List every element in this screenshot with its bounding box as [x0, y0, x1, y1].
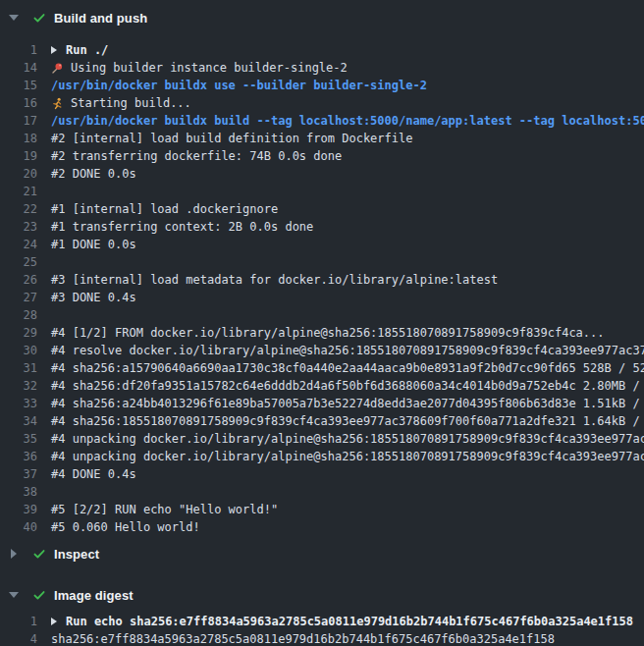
log-line: 28 [0, 306, 644, 324]
line-number[interactable]: 28 [0, 306, 37, 324]
log-text: Run ./ [37, 41, 644, 59]
log-line: 19#2 transferring dockerfile: 74B 0.0s d… [0, 147, 644, 165]
line-number[interactable]: 1 [0, 41, 37, 59]
log-text: Starting build... [37, 94, 644, 112]
log-text: Using builder instance builder-single-2 [37, 59, 644, 77]
line-number[interactable]: 29 [0, 324, 37, 342]
line-number[interactable]: 39 [0, 501, 37, 518]
log-text: #4 sha256:df20fa9351a15782c64e6dddb2d4a6… [37, 377, 644, 395]
line-number[interactable]: 20 [0, 165, 37, 183]
log-line: 25 [0, 253, 644, 271]
section-header-image-digest[interactable]: Image digest [0, 583, 644, 607]
log-line: 37#4 DONE 0.4s [0, 465, 644, 483]
log-text: #2 [internal] load build definition from… [37, 130, 644, 147]
log-text: #1 transferring context: 2B 0.0s done [37, 218, 644, 236]
log-text: Run echo sha256:e7ff8834a5963a2785c5a081… [37, 613, 644, 630]
section-inspect: Inspect [0, 542, 644, 565]
line-number[interactable]: 22 [0, 200, 37, 218]
line-number[interactable]: 35 [0, 430, 37, 448]
line-number[interactable]: 24 [0, 236, 37, 253]
line-number[interactable]: 18 [0, 130, 37, 147]
log-text: #4 sha256:185518070891758909c9f839cf4ca3… [37, 412, 644, 430]
run-command-text: Run echo sha256:e7ff8834a5963a2785c5a081… [66, 613, 633, 630]
line-number[interactable]: 19 [0, 147, 37, 165]
section-title: Build and push [54, 11, 147, 26]
log-line: 35#4 unpacking docker.io/library/alpine@… [0, 430, 644, 448]
log-text: #4 [1/2] FROM docker.io/library/alpine@s… [37, 324, 644, 342]
line-number[interactable]: 31 [0, 359, 37, 377]
log-line: 40#5 0.060 Hello world! [0, 518, 644, 536]
check-icon [32, 547, 46, 561]
log-text [37, 306, 644, 324]
check-icon [32, 11, 46, 25]
line-number[interactable]: 33 [0, 395, 37, 412]
line-number[interactable]: 32 [0, 377, 37, 395]
run-toggle-arrow-icon[interactable] [51, 618, 57, 625]
log-text [37, 483, 644, 501]
line-number[interactable]: 26 [0, 271, 37, 289]
line-number[interactable]: 23 [0, 218, 37, 236]
line-number[interactable]: 38 [0, 483, 37, 501]
log-text: sha256:e7ff8834a5963a2785c5a0811e979d16b… [37, 630, 644, 646]
chevron-down-icon[interactable] [9, 592, 19, 598]
line-number[interactable]: 40 [0, 518, 37, 536]
log-text: #1 DONE 0.0s [37, 236, 644, 253]
log-text: #1 [internal] load .dockerignore [37, 200, 644, 218]
line-number[interactable]: 4 [0, 630, 37, 646]
run-toggle-arrow-icon[interactable] [51, 46, 57, 54]
line-number[interactable]: 17 [0, 112, 37, 130]
chevron-right-icon[interactable] [11, 549, 17, 559]
log-line: 1Run echo sha256:e7ff8834a5963a2785c5a08… [0, 613, 644, 630]
log-line: 16Starting build... [0, 94, 644, 112]
log-text: #4 unpacking docker.io/library/alpine@sh… [37, 430, 644, 448]
log-text: #5 0.060 Hello world! [37, 518, 644, 536]
log-line: 31#4 sha256:a15790640a6690aa1730c38cf0a4… [0, 359, 644, 377]
section-header-build-and-push[interactable]: Build and push [0, 6, 644, 29]
log-line: 30#4 resolve docker.io/library/alpine@sh… [0, 342, 644, 359]
line-number[interactable]: 37 [0, 465, 37, 483]
log-line: 24#1 DONE 0.0s [0, 236, 644, 253]
log-text: #2 DONE 0.0s [37, 165, 644, 183]
log-text [37, 253, 644, 271]
section-title: Image digest [54, 588, 134, 603]
log-line: 15/usr/bin/docker buildx use --builder b… [0, 77, 644, 94]
log-text: #4 sha256:a24bb4013296f61e89ba57005a7b3e… [37, 395, 644, 412]
log-line: 34#4 sha256:185518070891758909c9f839cf4c… [0, 412, 644, 430]
section-header-inspect[interactable]: Inspect [0, 542, 644, 565]
line-number[interactable]: 15 [0, 77, 37, 94]
chevron-down-icon[interactable] [9, 15, 19, 21]
line-number[interactable]: 16 [0, 94, 37, 112]
log-line: 18#2 [internal] load build definition fr… [0, 130, 644, 147]
log-line: 20#2 DONE 0.0s [0, 165, 644, 183]
log-line: 21 [0, 183, 644, 200]
log-line: 26#3 [internal] load metadata for docker… [0, 271, 644, 289]
log-text: /usr/bin/docker buildx use --builder bui… [37, 77, 644, 94]
log-text: #4 sha256:a15790640a6690aa1730c38cf0a440… [37, 359, 644, 377]
line-number[interactable]: 27 [0, 289, 37, 306]
section-lines: 1Run ./14Using builder instance builder-… [0, 41, 644, 536]
line-number[interactable]: 21 [0, 183, 37, 200]
log-text: #5 [2/2] RUN echo "Hello world!" [37, 501, 644, 518]
section-lines: 1Run echo sha256:e7ff8834a5963a2785c5a08… [0, 613, 644, 646]
log-text: #3 DONE 0.4s [37, 289, 644, 306]
line-number[interactable]: 25 [0, 253, 37, 271]
log-line: 36#4 unpacking docker.io/library/alpine@… [0, 448, 644, 465]
log-line: 23#1 transferring context: 2B 0.0s done [0, 218, 644, 236]
log-line: 29#4 [1/2] FROM docker.io/library/alpine… [0, 324, 644, 342]
check-icon [32, 588, 46, 602]
log-text: #4 DONE 0.4s [37, 465, 644, 483]
line-number[interactable]: 1 [0, 613, 37, 630]
log-text: #2 transferring dockerfile: 74B 0.0s don… [37, 147, 644, 165]
log-text [37, 183, 644, 200]
line-number[interactable]: 36 [0, 448, 37, 465]
log-text: /usr/bin/docker buildx build --tag local… [37, 112, 644, 130]
log-text: #3 [internal] load metadata for docker.i… [37, 271, 644, 289]
log-line: 22#1 [internal] load .dockerignore [0, 200, 644, 218]
log-line: 38 [0, 483, 644, 501]
log-text: #4 unpacking docker.io/library/alpine@sh… [37, 448, 644, 465]
log-line: 14Using builder instance builder-single-… [0, 59, 644, 77]
line-number[interactable]: 14 [0, 59, 37, 77]
line-number[interactable]: 34 [0, 412, 37, 430]
line-number[interactable]: 30 [0, 342, 37, 359]
log-line: 1Run ./ [0, 41, 644, 59]
